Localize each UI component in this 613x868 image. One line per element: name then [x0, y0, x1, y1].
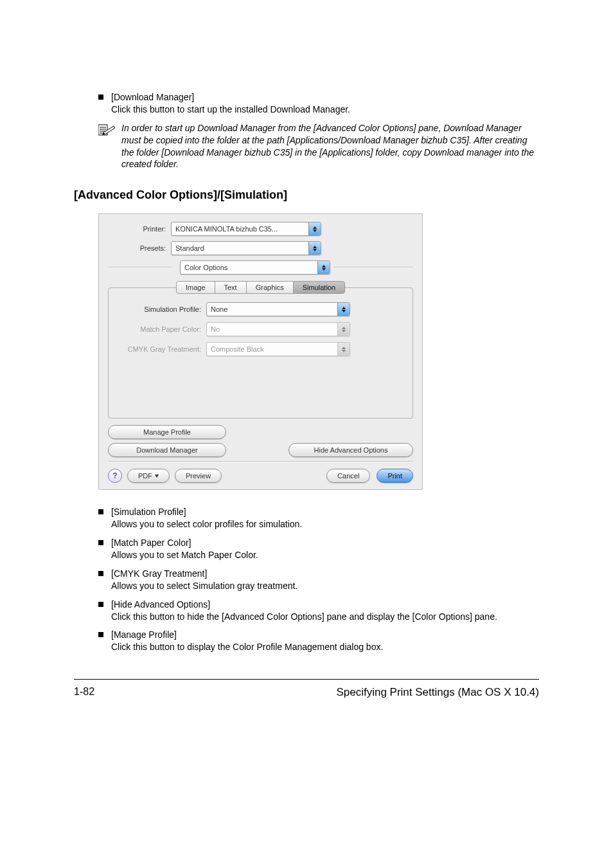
note-row: In order to start up Download Manager fr…	[98, 122, 539, 171]
chevron-updown-icon	[337, 303, 350, 316]
cancel-button[interactable]: Cancel	[326, 469, 370, 483]
presets-label: Presets:	[108, 244, 166, 252]
item-title: [Manage Profile]	[111, 629, 383, 641]
item-title: [Hide Advanced Options]	[111, 599, 497, 611]
note-icon	[98, 123, 115, 171]
chevron-updown-icon	[308, 242, 321, 255]
bullet-icon	[98, 602, 103, 607]
presets-select[interactable]: Standard	[171, 241, 321, 255]
chevron-updown-icon	[337, 323, 350, 336]
chevron-updown-icon	[308, 222, 321, 235]
pane-select[interactable]: Color Options	[180, 260, 330, 275]
printer-select[interactable]: KONICA MINOLTA bizhub C35...	[171, 222, 321, 236]
tab-text[interactable]: Text	[215, 281, 247, 294]
simulation-profile-value: None	[211, 305, 227, 313]
manage-profile-button[interactable]: Manage Profile	[108, 425, 226, 439]
match-paper-select: No	[206, 322, 350, 336]
item-text: Click this button to start up the instal…	[111, 104, 350, 116]
section-heading: [Advanced Color Options]/[Simulation]	[74, 188, 539, 202]
chevron-updown-icon	[337, 343, 350, 356]
pdf-label: PDF	[138, 472, 152, 480]
list-item: [Hide Advanced Options] Click this butto…	[98, 599, 539, 623]
preview-button[interactable]: Preview	[175, 469, 222, 483]
bullet-icon	[98, 95, 103, 100]
tab-graphics[interactable]: Graphics	[246, 281, 294, 294]
bullet-icon	[98, 632, 103, 637]
list-item: [Download Manager] Click this button to …	[98, 91, 539, 116]
item-text: Allows you to set Match Paper Color.	[111, 549, 258, 561]
list-item: [CMYK Gray Treatment] Allows you to sele…	[98, 568, 539, 592]
item-title: [CMYK Gray Treatment]	[111, 568, 298, 580]
cmyk-gray-select: Composite Black	[206, 342, 350, 356]
item-text: Click this button to display the Color P…	[111, 641, 383, 653]
cmyk-gray-label: CMYK Gray Treatment:	[118, 345, 201, 353]
item-title: [Match Paper Color]	[111, 537, 258, 549]
simulation-profile-select[interactable]: None	[206, 302, 350, 316]
printer-label: Printer:	[108, 225, 166, 233]
simulation-profile-label: Simulation Profile:	[118, 305, 201, 313]
match-paper-label: Match Paper Color:	[118, 325, 201, 333]
footer-title: Specifying Print Settings (Mac OS X 10.4…	[336, 686, 539, 699]
chevron-updown-icon	[317, 261, 330, 274]
list-item: [Simulation Profile] Allows you to selec…	[98, 506, 539, 530]
page-footer: 1-82 Specifying Print Settings (Mac OS X…	[74, 679, 539, 699]
tab-pane-simulation: Simulation Profile: None Match Paper Col…	[108, 287, 413, 419]
tab-simulation[interactable]: Simulation	[293, 281, 345, 294]
list-item: [Match Paper Color] Allows you to set Ma…	[98, 537, 539, 561]
match-paper-value: No	[211, 325, 220, 333]
pdf-menu-button[interactable]: PDF	[127, 469, 170, 483]
item-text: Click this button to hide the [Advanced …	[111, 611, 497, 623]
list-item: [Manage Profile] Click this button to di…	[98, 629, 539, 653]
hide-advanced-options-button[interactable]: Hide Advanced Options	[289, 443, 413, 457]
bullet-icon	[98, 509, 103, 514]
item-text: Allows you to select color profiles for …	[111, 518, 302, 530]
help-button[interactable]: ?	[108, 469, 122, 483]
note-text: In order to start up Download Manager fr…	[121, 122, 539, 171]
chevron-down-icon	[155, 475, 159, 478]
item-title: [Download Manager]	[111, 91, 350, 104]
print-dialog: Printer: KONICA MINOLTA bizhub C35... Pr…	[98, 213, 423, 490]
download-manager-button[interactable]: Download Manager	[108, 443, 226, 457]
item-title: [Simulation Profile]	[111, 506, 302, 518]
print-button[interactable]: Print	[377, 469, 413, 483]
bullet-icon	[98, 571, 103, 576]
item-text: Allows you to select Simulation gray tre…	[111, 580, 298, 592]
pane-value: Color Options	[184, 264, 227, 271]
printer-value: KONICA MINOLTA bizhub C35...	[175, 225, 278, 233]
page-number: 1-82	[74, 686, 94, 699]
tab-image[interactable]: Image	[176, 281, 215, 294]
presets-value: Standard	[175, 244, 204, 252]
bullet-icon	[98, 540, 103, 545]
cmyk-gray-value: Composite Black	[211, 345, 264, 353]
